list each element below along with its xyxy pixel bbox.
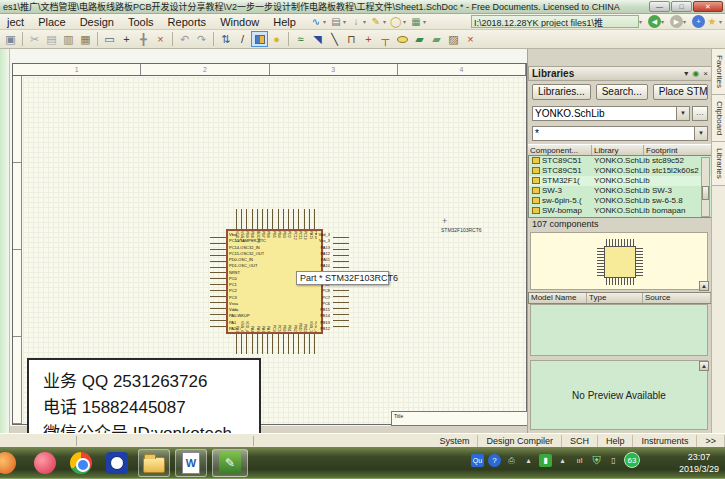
tray-network-icon[interactable]: ııl	[573, 454, 586, 467]
polyline-icon[interactable]: ╲	[326, 31, 343, 47]
model-list-area[interactable]	[530, 304, 708, 356]
tray-security-ball-icon[interactable]: 63	[624, 452, 640, 468]
libraries-panel-header[interactable]: Libraries ▾ ◉ ×	[528, 66, 712, 81]
tab-favorites[interactable]: Favorites	[712, 49, 725, 95]
pin-icon[interactable]: ◉	[692, 69, 699, 78]
favorites-star-icon[interactable]: ★	[705, 16, 719, 27]
power-port-icon[interactable]: +	[360, 31, 377, 47]
cross-probe-icon[interactable]: +	[692, 15, 705, 28]
explorer-icon[interactable]	[138, 449, 170, 477]
active-app-icon[interactable]: ✎	[212, 449, 248, 477]
panel-menu-icon[interactable]: ▾	[684, 69, 688, 78]
schematic-canvas[interactable]: 1234 VbatPC13/TAMPER-RTCPC14-OSC32_INPC1…	[10, 49, 527, 433]
place-part-icon[interactable]	[394, 31, 411, 47]
menu-item[interactable]: Reports	[161, 15, 214, 29]
column-source[interactable]: Source	[643, 293, 711, 303]
left-panel-strip[interactable]	[0, 49, 10, 433]
tray-printer-icon[interactable]: ⎙	[505, 454, 518, 467]
bus-icon[interactable]: ◥	[309, 31, 326, 47]
scrollbar-thumb[interactable]	[702, 186, 709, 200]
component-row[interactable]: SW-bomapYONKO.SchLibbomapan	[529, 206, 711, 216]
model-list-header[interactable]: Model Name Type Source	[528, 292, 712, 304]
image-icon[interactable]: ▨	[445, 31, 462, 47]
library-select-combobox[interactable]: ▼	[532, 106, 690, 121]
filter-combobox[interactable]: ▼	[532, 126, 708, 141]
open-document-icon[interactable]: ▣	[2, 31, 19, 47]
line-tool-icon[interactable]: /	[234, 31, 251, 47]
chevron-down-icon[interactable]: ▼	[676, 107, 689, 120]
menu-item[interactable]: Tools	[121, 15, 161, 29]
status-more-button[interactable]: >>	[697, 435, 725, 447]
column-footprint[interactable]: Footprint	[644, 145, 712, 155]
tray-shield-icon[interactable]: ⛨	[590, 454, 603, 467]
sheet-grid[interactable]: VbatPC13/TAMPER-RTCPC14-OSC32_INPC15-OSC…	[23, 77, 526, 424]
minimize-button[interactable]: —	[649, 1, 670, 12]
status-sch-button[interactable]: SCH	[562, 435, 598, 447]
component-row[interactable]: SW-3YONKO.SchLibSW-3	[529, 186, 711, 196]
taskbar-clock[interactable]: 23:07 2019/3/29	[679, 451, 719, 475]
redo-icon[interactable]: ↷	[193, 31, 210, 47]
taskbar-app-icon-2[interactable]	[32, 450, 58, 476]
place-component-button[interactable]: Place STM32F103RCT6	[653, 84, 708, 100]
menu-item[interactable]: Help	[266, 15, 303, 29]
tab-clipboard[interactable]: Clipboard	[712, 95, 725, 142]
tab-libraries[interactable]: Libraries	[712, 142, 725, 186]
filter-value[interactable]	[533, 127, 694, 140]
tray-help-icon[interactable]: ?	[488, 454, 501, 467]
library-browse-button[interactable]: …	[692, 106, 708, 121]
search-button[interactable]: Search...	[596, 84, 648, 100]
tray-usb-icon[interactable]: ▮	[539, 454, 552, 467]
drag-icon[interactable]: ╋	[135, 31, 152, 47]
back-icon[interactable]: ◀	[648, 15, 661, 28]
component-row[interactable]: STC89C51YONKO.SchLibstc89c52	[529, 156, 711, 166]
paste-icon[interactable]: ▥	[60, 31, 77, 47]
column-type[interactable]: Type	[587, 293, 643, 303]
component-list-header[interactable]: Component... Library Footprint	[528, 144, 712, 156]
clear-selection-icon[interactable]: ×	[152, 31, 169, 47]
component-row[interactable]	[529, 216, 711, 218]
panel-close-icon[interactable]: ×	[703, 69, 708, 78]
word-icon[interactable]: W	[175, 449, 207, 477]
scroll-up-icon[interactable]: ▲	[699, 281, 709, 291]
status-help-button[interactable]: Help	[598, 435, 634, 447]
select-area-icon[interactable]: ▭	[101, 31, 118, 47]
library-select-value[interactable]	[533, 107, 676, 120]
taskbar-app-icon-1[interactable]	[0, 450, 18, 476]
close-button[interactable]: ✕	[693, 1, 723, 12]
cut-icon[interactable]: ✂	[26, 31, 43, 47]
libraries-button[interactable]: Libraries...	[532, 84, 591, 100]
tray-battery-icon[interactable]: ▯	[607, 454, 620, 467]
align-icon[interactable]: ⇅	[217, 31, 234, 47]
rubber-stamp-icon[interactable]: ▦	[77, 31, 94, 47]
component-list-scrollbar[interactable]	[701, 157, 710, 217]
tray-expand-icon[interactable]: ▴	[522, 454, 535, 467]
column-library[interactable]: Library	[592, 145, 644, 155]
print-icon[interactable]: ▤	[329, 16, 343, 27]
status-system-button[interactable]: System	[431, 435, 478, 447]
wire-icon[interactable]: ≈	[292, 31, 309, 47]
status-instruments-button[interactable]: Instruments	[633, 435, 697, 447]
component-row[interactable]: STM32F1(YONKO.SchLib	[529, 176, 711, 186]
signal-tool-icon[interactable]: ∿	[309, 16, 323, 27]
ellipse-tool-icon[interactable]: ◯	[389, 16, 403, 27]
component-row[interactable]: STC89C51YONKO.SchLibstc15l2k60s2 L	[529, 166, 711, 176]
project-path-combobox[interactable]: I:\2018.12.28YK project files1\推	[471, 15, 639, 28]
net-label-icon[interactable]: ⊓	[343, 31, 360, 47]
chrome-icon[interactable]	[68, 450, 94, 476]
arrow-down-icon[interactable]: ↓	[349, 16, 363, 27]
grid-tool-icon[interactable]: ▦	[409, 16, 423, 27]
status-design-compiler-button[interactable]: Design Compiler	[478, 435, 562, 447]
component-row[interactable]: sw-6pin-5.(YONKO.SchLibsw-6-5.8	[529, 196, 711, 206]
maximize-button[interactable]: □	[671, 1, 692, 12]
no-erc-icon[interactable]: ×	[462, 31, 479, 47]
vcc-port-icon[interactable]: ┬	[377, 31, 394, 47]
comment-icon[interactable]: ●	[268, 31, 285, 47]
column-model-name[interactable]: Model Name	[529, 293, 587, 303]
chevron-down-icon[interactable]: ▼	[694, 127, 707, 140]
column-component[interactable]: Component...	[528, 145, 592, 155]
tray-expand-icon[interactable]: ▴	[556, 454, 569, 467]
move-icon[interactable]: +	[118, 31, 135, 47]
component-list[interactable]: STC89C51YONKO.SchLibstc89c52 STC89C51YON…	[528, 156, 712, 218]
copy-icon[interactable]: ▤	[43, 31, 60, 47]
menu-item[interactable]: Design	[73, 15, 121, 29]
